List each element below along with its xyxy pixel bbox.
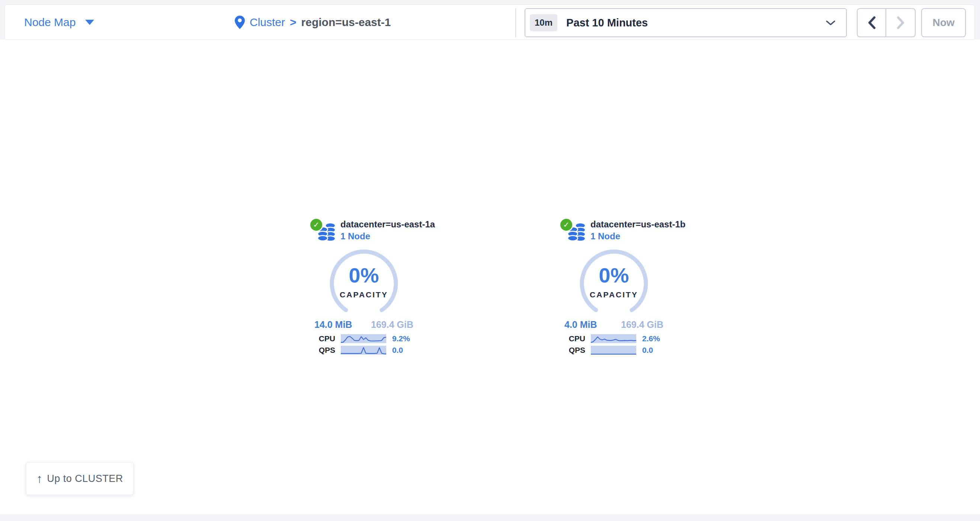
breadcrumb: Cluster > region=us-east-1: [235, 5, 391, 40]
datacenter-node-count: 1 Node: [590, 230, 670, 242]
qps-label: QPS: [566, 346, 585, 355]
qps-row: QPS 0.0: [566, 345, 662, 355]
up-arrow-icon: ↑: [37, 472, 42, 486]
capacity-values-row: 4.0 MiB 169.4 GiB: [565, 319, 663, 330]
cpu-value: 9.2%: [392, 334, 410, 343]
capacity-percentage: 0%: [577, 263, 651, 287]
caret-down-icon: [85, 20, 94, 25]
topbar: Node Map Cluster > region=us-east-1 10m …: [5, 5, 975, 40]
cpu-sparkline: [591, 334, 636, 343]
datacenter-node-count: 1 Node: [340, 230, 420, 242]
datacenter-header: ✓ datacenter=us-east-1b 1 Node: [558, 218, 670, 244]
time-range-label: Past 10 Minutes: [566, 17, 648, 29]
capacity-values-row: 14.0 MiB 169.4 GiB: [314, 319, 414, 330]
capacity-label: CAPACITY: [327, 290, 401, 299]
datacenter-title: datacenter=us-east-1b: [590, 218, 670, 230]
healthy-check-icon: ✓: [560, 219, 572, 231]
stats-rows: CPU 9.2% QPS 0.0: [316, 333, 412, 355]
time-nav-group: [857, 8, 916, 37]
datacenter-title: datacenter=us-east-1a: [340, 218, 420, 230]
view-selector-dropdown[interactable]: Node Map: [24, 5, 94, 40]
chevron-left-icon: [867, 16, 876, 29]
qps-value: 0.0: [642, 346, 653, 355]
chevron-right-icon: [896, 16, 905, 29]
qps-value: 0.0: [392, 346, 403, 355]
cpu-label: CPU: [316, 334, 335, 343]
location-pin-icon: [235, 16, 245, 29]
datacenter-card-us-east-1b[interactable]: ✓ datacenter=us-east-1b 1 Node 0: [558, 218, 670, 357]
qps-row: QPS 0.0: [316, 345, 412, 355]
cpu-row: CPU 2.6%: [566, 333, 662, 344]
capacity-gauge: 0% CAPACITY: [577, 248, 651, 318]
datacenter-card-us-east-1a[interactable]: ✓ datacenter=us-east-1a 1 Node 0: [308, 218, 420, 357]
capacity-used: 4.0 MiB: [565, 319, 597, 330]
view-selector-label: Node Map: [24, 16, 76, 29]
chevron-down-icon: [826, 20, 836, 26]
breadcrumb-separator: >: [290, 16, 296, 29]
capacity-gauge: 0% CAPACITY: [327, 248, 401, 318]
datacenter-header: ✓ datacenter=us-east-1a 1 Node: [308, 218, 420, 244]
breadcrumb-cluster-link[interactable]: Cluster: [250, 16, 285, 29]
cpu-row: CPU 9.2%: [316, 333, 412, 344]
up-to-cluster-label: Up to CLUSTER: [47, 473, 123, 484]
capacity-total: 169.4 GiB: [621, 319, 663, 330]
time-next-button[interactable]: [886, 9, 915, 37]
capacity-percentage: 0%: [327, 263, 401, 287]
now-button[interactable]: Now: [921, 8, 966, 37]
capacity-total: 169.4 GiB: [371, 319, 414, 330]
time-range-badge: 10m: [530, 14, 557, 31]
qps-label: QPS: [316, 346, 335, 355]
cpu-value: 2.6%: [642, 334, 660, 343]
qps-sparkline: [341, 346, 386, 355]
up-to-cluster-button[interactable]: ↑ Up to CLUSTER: [26, 462, 134, 495]
qps-sparkline: [591, 346, 636, 355]
breadcrumb-current: region=us-east-1: [301, 16, 391, 29]
capacity-used: 14.0 MiB: [314, 319, 352, 330]
time-range-dropdown[interactable]: 10m Past 10 Minutes: [525, 8, 847, 37]
time-prev-button[interactable]: [858, 9, 886, 37]
node-map-canvas: [0, 40, 980, 514]
stats-rows: CPU 2.6% QPS 0.0: [566, 333, 662, 355]
healthy-check-icon: ✓: [310, 219, 322, 231]
capacity-label: CAPACITY: [577, 290, 651, 299]
cpu-label: CPU: [566, 334, 585, 343]
topbar-divider: [515, 8, 516, 37]
cpu-sparkline: [341, 334, 386, 343]
